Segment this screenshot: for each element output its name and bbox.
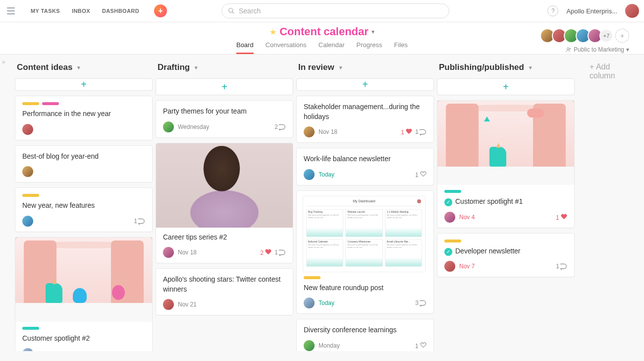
- like-count[interactable]: 1: [401, 128, 412, 136]
- card[interactable]: Stakeholder management...during the holi…: [296, 96, 434, 143]
- card[interactable]: ✓Developer newsletterNov 71: [437, 233, 575, 278]
- tab-conversations[interactable]: Conversations: [266, 41, 307, 54]
- right-nav: ? Apollo Enterpris...: [547, 4, 639, 18]
- card-date: Wednesday: [178, 123, 209, 130]
- tab-progress[interactable]: Progress: [357, 41, 382, 54]
- card-title: New feature roundup post: [304, 283, 427, 293]
- assignee-avatar[interactable]: [22, 166, 33, 177]
- chevron-down-icon[interactable]: ▾: [372, 28, 375, 35]
- assignee-avatar[interactable]: [444, 212, 455, 223]
- assignee-avatar[interactable]: [304, 169, 315, 180]
- nav-dashboard[interactable]: DASHBOARD: [102, 8, 139, 14]
- column-header[interactable]: Drafting▾: [156, 60, 293, 78]
- like-count[interactable]: 1: [415, 342, 427, 350]
- comment-count[interactable]: 1: [556, 263, 567, 270]
- assignee-avatar[interactable]: [22, 124, 33, 135]
- tab-files[interactable]: Files: [394, 41, 408, 54]
- card-title-text: Stakeholder management...during the holi…: [304, 103, 420, 120]
- card-title: Best-of blog for year-end: [22, 152, 145, 162]
- add-column-button[interactable]: + Add column: [578, 60, 629, 346]
- tab-board[interactable]: Board: [236, 41, 254, 54]
- card-meta: [22, 166, 145, 177]
- column-title: Content ideas: [17, 62, 72, 72]
- workspace-dropdown[interactable]: Apollo Enterpris...: [566, 7, 617, 15]
- card[interactable]: Party themes for your teamWednesday2: [156, 100, 293, 138]
- card-tags: [444, 190, 567, 193]
- card[interactable]: Diversity conference learningsMonday1: [296, 319, 434, 351]
- card-title: ✓Customer spotlight #1: [444, 197, 567, 207]
- add-card-button[interactable]: +: [156, 78, 293, 95]
- add-member-button[interactable]: +: [615, 29, 629, 43]
- assignee-avatar[interactable]: [22, 348, 33, 351]
- assignee-avatar[interactable]: [444, 261, 455, 272]
- assignee-avatar[interactable]: [163, 121, 174, 132]
- card-image: My DashboardBug TrackingWe have to pull …: [303, 196, 426, 272]
- like-count[interactable]: 1: [556, 213, 567, 221]
- card[interactable]: Customer spotlight #2: [15, 237, 153, 351]
- card-title: Diversity conference learnings: [304, 325, 427, 335]
- tab-calendar[interactable]: Calendar: [319, 41, 345, 54]
- card-tags: [22, 102, 145, 105]
- card[interactable]: Best-of blog for year-end: [15, 145, 153, 183]
- column-header[interactable]: Publishing/published▾: [437, 60, 575, 78]
- chevron-down-icon: ▾: [195, 64, 198, 71]
- star-icon[interactable]: ★: [269, 27, 276, 37]
- more-members[interactable]: +7: [599, 29, 613, 43]
- card[interactable]: Performance in the new year: [15, 96, 153, 140]
- add-card-button[interactable]: +: [296, 78, 434, 91]
- add-card-button[interactable]: +: [15, 78, 153, 91]
- card-title-text: Performance in the new year: [22, 110, 111, 118]
- comment-count[interactable]: 1: [134, 218, 145, 225]
- card[interactable]: ✓Customer spotlight #1Nov 41: [437, 100, 575, 228]
- card-date: Nov 18: [319, 128, 337, 135]
- column-header[interactable]: In review▾: [296, 60, 434, 78]
- assignee-avatar[interactable]: [304, 298, 315, 308]
- tag: [22, 102, 39, 105]
- card[interactable]: Work-life balance newsletterToday1: [296, 148, 434, 185]
- add-button[interactable]: +: [154, 4, 167, 17]
- user-avatar[interactable]: [625, 4, 639, 18]
- search-input[interactable]: Search: [221, 3, 449, 18]
- card-title: Apollo's shooting stars: Twitter contest…: [163, 275, 286, 294]
- card-title: ✓Developer newsletter: [444, 246, 567, 256]
- assignee-avatar[interactable]: [304, 340, 315, 351]
- menu-icon[interactable]: [5, 5, 17, 17]
- comment-count[interactable]: 1: [274, 249, 286, 256]
- card-title-text: Career tips series #2: [163, 233, 227, 241]
- svg-point-2: [567, 48, 569, 50]
- comment-icon: [279, 123, 286, 130]
- column-header[interactable]: Content ideas▾: [15, 60, 153, 78]
- comment-count[interactable]: 2: [274, 123, 286, 130]
- column: Publishing/published▾+✓Customer spotligh…: [437, 60, 575, 346]
- card[interactable]: Apollo's shooting stars: Twitter contest…: [156, 268, 293, 315]
- assignee-avatar[interactable]: [163, 299, 174, 310]
- search-icon: [228, 7, 235, 14]
- board: Content ideas▾+Performance in the new ye…: [0, 55, 644, 351]
- comment-count[interactable]: 3: [415, 300, 427, 306]
- assignee-avatar[interactable]: [163, 247, 174, 258]
- card-image: [437, 101, 574, 185]
- nav-inbox[interactable]: INBOX: [72, 8, 90, 14]
- like-count[interactable]: 1: [415, 171, 427, 179]
- card[interactable]: Career tips series #2Nov 182 1: [156, 143, 293, 264]
- card-meta: Nov 21: [163, 299, 286, 310]
- svg-point-3: [569, 48, 571, 50]
- card-meta-right: 3: [415, 300, 427, 306]
- card[interactable]: My DashboardBug TrackingWe have to pull …: [296, 190, 434, 314]
- assignee-avatar[interactable]: [22, 216, 33, 227]
- add-card-button[interactable]: +: [437, 78, 575, 95]
- help-icon[interactable]: ?: [547, 5, 558, 16]
- card-date: Nov 21: [178, 301, 197, 308]
- privacy-indicator[interactable]: Public to Marketing ▾: [566, 46, 629, 53]
- card-meta: Monday1: [304, 340, 427, 351]
- project-tabs: Board Conversations Calendar Progress Fi…: [236, 41, 408, 54]
- card-meta: Today1: [304, 169, 427, 180]
- project-title[interactable]: Content calendar: [279, 25, 369, 38]
- nav-my-tasks[interactable]: MY TASKS: [31, 8, 60, 14]
- assignee-avatar[interactable]: [304, 126, 315, 137]
- project-title-row: ★ Content calendar ▾: [269, 25, 375, 38]
- comment-count[interactable]: 1: [415, 128, 427, 135]
- card[interactable]: New year, new features1: [15, 187, 153, 232]
- tag: [444, 240, 461, 242]
- like-count[interactable]: 2: [260, 248, 271, 256]
